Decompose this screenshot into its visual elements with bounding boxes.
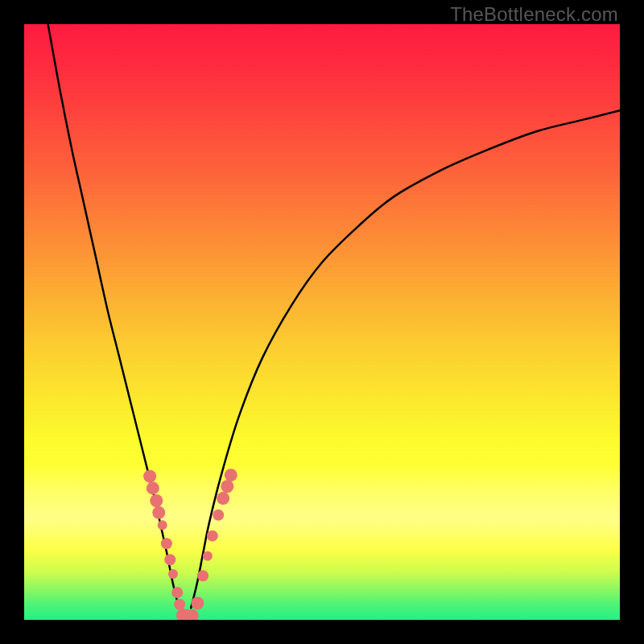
data-marker [213,510,224,521]
data-marker [164,554,175,565]
data-marker [221,480,233,493]
data-marker [168,569,178,579]
data-marker [171,587,183,598]
data-marker [217,492,229,505]
data-marker [191,597,204,609]
data-marker [174,599,185,610]
data-marker [158,520,167,530]
bottleneck-curve [24,24,620,620]
data-marker [197,570,208,581]
data-marker [152,506,165,519]
data-markers [143,469,237,620]
plot-frame [24,24,620,620]
curve-left-branch [48,24,180,608]
data-marker [147,481,159,494]
data-marker [225,469,237,481]
data-marker [203,551,213,561]
data-marker [161,538,172,549]
curve-right-branch [191,110,620,608]
data-marker [207,530,218,542]
watermark-text: TheBottleneck.com [450,3,618,26]
data-marker [143,470,156,483]
data-marker [150,494,163,507]
